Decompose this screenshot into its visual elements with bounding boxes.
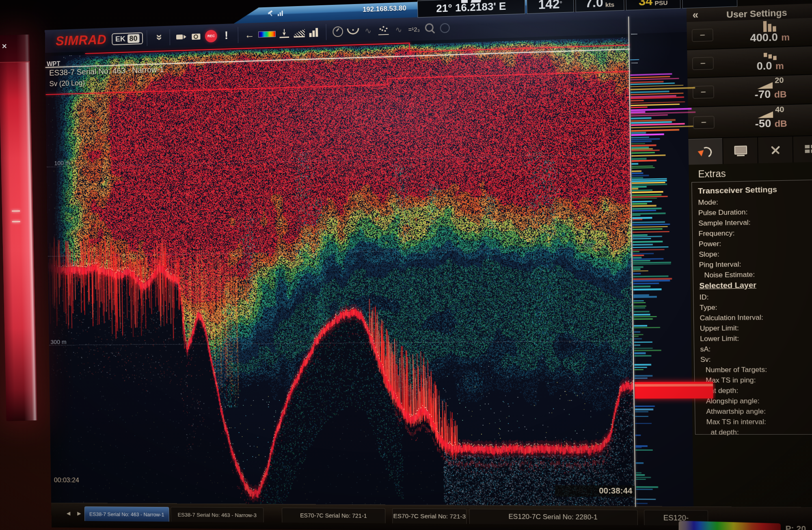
fish-school-icon[interactable] xyxy=(376,22,390,39)
toolbar-separator xyxy=(326,24,326,40)
depth-label-300m: 300 m xyxy=(50,338,66,345)
extras-row: Lower Limit:( xyxy=(700,333,812,344)
integration-area-icon[interactable] xyxy=(292,25,306,41)
secondary-screen-sheen xyxy=(0,35,37,421)
sidebar-tab-monitor[interactable] xyxy=(723,137,758,164)
depth-label-200m: 200 xyxy=(583,241,594,248)
user-setting-value-area[interactable]: 20-70dB xyxy=(717,76,812,102)
depth-label-100m: 100 m xyxy=(54,159,70,166)
extras-row: at depth: xyxy=(701,385,812,396)
ping-wave-icon[interactable]: ∿ xyxy=(392,21,406,38)
transducer-icon[interactable] xyxy=(346,23,360,39)
sidebar-tab-grid[interactable] xyxy=(793,136,812,162)
status-circle-icon[interactable] xyxy=(438,20,452,37)
toolbar-separator xyxy=(238,27,238,43)
close-icon[interactable]: × xyxy=(2,41,7,50)
salinity-value: 34 xyxy=(639,0,653,9)
secondary-screen-mark xyxy=(12,221,20,222)
histogram-icon[interactable] xyxy=(307,24,321,41)
channel-tab[interactable]: ES38-7 Serial No: 463 - Narrow-1 xyxy=(84,506,169,522)
user-setting-value-area[interactable]: 40-50dB xyxy=(717,106,812,131)
collapse-double-chevron-icon[interactable]: « xyxy=(151,31,166,45)
extras-row: Calculation Interval:4 xyxy=(700,312,812,323)
monitor-icon xyxy=(733,145,747,156)
user-setting-value-area[interactable]: 0.0m xyxy=(717,48,812,74)
alert-exclaim-icon[interactable]: ! xyxy=(220,27,233,43)
channel-tab[interactable]: ES70-7C Serial No: 721-1 xyxy=(282,508,386,523)
extras-row: Type:F xyxy=(700,301,812,313)
extras-row: Power:40 xyxy=(699,237,812,249)
echogram-canvas[interactable] xyxy=(45,34,635,507)
extras-row: Max TS in interval: xyxy=(701,417,812,427)
extras-row: Ping Interval:8 xyxy=(699,258,812,270)
extras-row: Alongship angle: xyxy=(701,396,812,407)
setting-value: 0.0m xyxy=(717,58,812,74)
extras-row: at depth: xyxy=(701,427,812,437)
simrad-logo: SIMRAD xyxy=(56,32,107,49)
monitor-screen: 192.168.53.80 + ¹23 21° 16.2183' E 142° … xyxy=(45,0,812,530)
secondary-screen-mark xyxy=(12,210,20,212)
channel-tab[interactable]: ES70-7C Serial No: 721-3 xyxy=(392,508,467,524)
extras-row: ID:L xyxy=(700,290,812,302)
waypoint-label: WPT xyxy=(47,61,60,68)
time-start-label: 00:03:24 xyxy=(54,476,79,485)
extras-row: Max TS in ping: xyxy=(701,374,812,385)
heading-unit: ° xyxy=(559,1,562,7)
extras-row: Sv: xyxy=(700,354,812,365)
photo-background: × 192.168.53.80 + ¹23 21° 16.2183' E 142… xyxy=(0,0,812,530)
extras-row: Upper Limit:2 xyxy=(700,322,812,333)
nav-heading-box: 142° xyxy=(527,0,574,14)
numeric-list-icon[interactable]: =¹2₃ xyxy=(407,21,421,37)
live-ping-trace-canvas xyxy=(630,31,717,507)
camcorder-icon[interactable] xyxy=(175,29,188,45)
speed-unit: kts xyxy=(605,1,615,11)
toolbar-separator xyxy=(169,29,170,45)
tools-icon xyxy=(769,143,782,156)
channel-mode-label: Sv (20 Log) xyxy=(49,79,85,88)
salinity-unit: PSU xyxy=(654,0,667,9)
secondary-screen-edge: × xyxy=(0,35,37,421)
tabs-prev-button[interactable]: ◀ xyxy=(67,510,71,516)
surface-line-step xyxy=(409,43,410,52)
colour-scale-icon[interactable] xyxy=(258,26,276,42)
extras-row: sA:4 xyxy=(700,343,812,355)
extras-row: Number of Targets: xyxy=(700,364,812,375)
grid-icon xyxy=(804,144,812,154)
rec-record-icon[interactable]: REC xyxy=(204,28,218,44)
extras-row: Athwartship angle: xyxy=(701,406,812,417)
echogram-view[interactable] xyxy=(45,34,635,507)
user-setting-value-area[interactable]: 400.0m xyxy=(716,19,812,45)
tabs-next-button[interactable]: ▶ xyxy=(77,511,81,517)
toolbar-separator xyxy=(147,30,147,46)
motion-wave-icon[interactable]: ∿ xyxy=(361,22,375,39)
bottom-detection-icon[interactable]: ▼ xyxy=(277,25,291,42)
channel-tab[interactable]: ES38-7 Serial No: 463 - Narrow-3 xyxy=(171,507,264,522)
sidebar-tab-tools[interactable] xyxy=(758,136,793,163)
gain-dial-icon[interactable] xyxy=(331,24,345,40)
camera-icon[interactable] xyxy=(189,28,203,45)
cropped-window-text xyxy=(461,0,485,6)
heading-value: 142 xyxy=(538,0,559,12)
extras-row: Noise Estimate:-1 xyxy=(699,268,812,281)
zoom-magnifier-icon[interactable] xyxy=(422,20,436,37)
selected-layer-title: Selected Layer xyxy=(699,279,812,292)
back-arrow-icon[interactable]: ← xyxy=(243,26,256,43)
model-badge-label: EK xyxy=(115,35,125,43)
model-number-label: 80 xyxy=(127,34,140,43)
ek80-model-badge: EK 80 xyxy=(112,32,143,45)
speed-value: 7.0 xyxy=(585,0,603,11)
ping-counter-label: P: 20 xyxy=(785,524,806,530)
extras-row: Slope:10 xyxy=(699,247,812,260)
time-end-label: 00:38:44 xyxy=(555,485,635,497)
channel-tab[interactable]: ES120-7C Serial No: 2280-1 xyxy=(469,509,638,525)
upper-layer-step xyxy=(387,78,388,85)
nav-speed-box: 7.0kts xyxy=(575,0,624,12)
